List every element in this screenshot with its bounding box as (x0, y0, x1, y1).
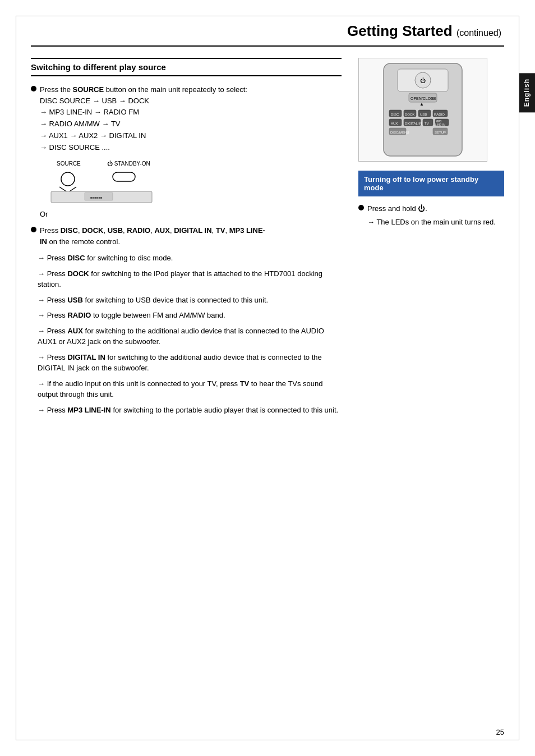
bullet-dot-2 (31, 227, 36, 232)
arrow-tv: If the audio input on this unit is conne… (31, 378, 342, 400)
switching-title: Switching to different play source (31, 62, 342, 72)
bullet-source: Press the SOURCE button on the main unit… (31, 84, 342, 153)
standby-arrow: The LEDs on the main unit turns red. (367, 217, 496, 228)
svg-text:AUX: AUX (391, 122, 398, 125)
arrow-disc: Press DISC for switching to disc mode. (31, 253, 342, 264)
source-diagram-area: SOURCE ⏻ STANDBY-ON ■■■■■■ (40, 159, 342, 205)
border-bottom (16, 740, 519, 740)
arrow-mp3: Press MP3 LINE-IN for switching to the p… (31, 405, 342, 416)
language-tab: English (519, 73, 535, 112)
dock-bold: DOCK (67, 269, 89, 278)
bullet-remote: Press DISC, DOCK, USB, RADIO, AUX, DIGIT… (31, 225, 342, 247)
bullet2-after: on the remote control. (47, 237, 120, 246)
source-item-4: → AUX1 → AUX2 → DIGITAL IN (40, 130, 247, 142)
radio-bold: RADIO (67, 311, 91, 319)
bullet2-bold-usb: USB (108, 226, 123, 235)
bullet2-bold: DISC (61, 226, 78, 235)
standby-text: Press and hold ⏻. (367, 204, 427, 213)
content-area: Switching to different play source Press… (0, 47, 535, 431)
bullet2-comma6: , (212, 226, 216, 235)
svg-text:DOCK: DOCK (405, 113, 414, 116)
mp3-bold: MP3 LINE-IN (67, 406, 110, 414)
bullet-dot-1 (31, 86, 36, 91)
page-subtitle: (continued) (456, 28, 501, 38)
tv-bold: TV (240, 379, 250, 388)
source-item-3: → RADIO AM/MW → TV (40, 118, 247, 130)
svg-text:⏻ STANDBY-ON: ⏻ STANDBY-ON (107, 161, 150, 167)
source-list: DISC SOURCE → USB → DOCK → MP3 LINE-IN →… (40, 95, 247, 154)
bullet2-comma2: , (103, 226, 107, 235)
remote-image-area: ⏻ OPEN/CLOSE ▲ DISC DOCK USB RADIO AUX D… (358, 58, 487, 162)
standby-box: Turning off to low power standby mode (358, 171, 504, 196)
border-right (519, 16, 519, 740)
svg-text:DISC: DISC (391, 113, 399, 116)
right-column: ⏻ OPEN/CLOSE ▲ DISC DOCK USB RADIO AUX D… (358, 58, 504, 420)
border-left (16, 16, 16, 740)
border-top (16, 16, 519, 16)
svg-text:SOURCE: SOURCE (57, 161, 81, 167)
page-number: 25 (496, 728, 504, 736)
section-heading-switching: Switching to different play source (31, 58, 342, 76)
arrow-radio: Press RADIO to toggle between FM and AM/… (31, 310, 342, 321)
aux-bold: AUX (67, 327, 82, 335)
svg-text:▲: ▲ (419, 102, 424, 107)
svg-text:OPEN/CLOSE: OPEN/CLOSE (411, 97, 436, 100)
page-header: Getting Started (continued) (0, 0, 535, 45)
svg-text:RADIO: RADIO (434, 113, 445, 116)
svg-text:SETUP: SETUP (435, 131, 446, 134)
svg-text:■■■■■■: ■■■■■■ (90, 196, 103, 199)
svg-point-2 (61, 172, 75, 186)
bullet-source-content: Press the SOURCE button on the main unit… (40, 84, 247, 153)
arrow-usb: Press USB for switching to USB device th… (31, 295, 342, 306)
bullet2-bold-tv: TV (216, 226, 225, 235)
bullet1-after: button on the main unit repeatedly to se… (104, 85, 247, 94)
svg-text:DIGITAL IN: DIGITAL IN (405, 122, 422, 125)
bullet-remote-content: Press DISC, DOCK, USB, RADIO, AUX, DIGIT… (40, 225, 265, 247)
bullet2-bold-dock: DOCK (82, 226, 103, 235)
usb-bold: USB (67, 296, 82, 304)
disc-bold: DISC (67, 254, 85, 262)
arrow-digital-in: Press DIGITAL IN for switching to the ad… (31, 352, 342, 374)
standby-bullet-content: Press and hold ⏻. The LEDs on the main u… (367, 203, 496, 232)
arrow-aux: Press AUX for switching to the additiona… (31, 326, 342, 347)
source-item-1: DISC SOURCE → USB → DOCK (40, 95, 247, 107)
bullet2-bold-radio: RADIO (127, 226, 150, 235)
svg-rect-3 (113, 172, 135, 181)
digital-in-bold: DIGITAL IN (67, 353, 105, 361)
bullet2-intro: Press (40, 226, 61, 235)
standby-title: Turning off to low power standby mode (364, 175, 499, 192)
source-item-2: → MP3 LINE-IN → RADIO FM (40, 107, 247, 118)
or-text: Or (40, 210, 342, 218)
arrow-dock: Press DOCK for switching to the iPod pla… (31, 268, 342, 290)
bullet2-comma7: , (225, 226, 229, 235)
bullet1-intro: Press the (40, 85, 73, 94)
svg-text:TV: TV (425, 122, 429, 125)
source-bold: SOURCE (73, 85, 104, 94)
standby-bullet-item: Press and hold ⏻. The LEDs on the main u… (358, 203, 504, 232)
svg-text:DISC/MENU: DISC/MENU (390, 131, 409, 134)
left-column: Switching to different play source Press… (31, 58, 342, 420)
bullet2-bold-aux: AUX (154, 226, 169, 235)
source-diagram-svg: SOURCE ⏻ STANDBY-ON ■■■■■■ (40, 159, 163, 204)
source-item-5: → DISC SOURCE .... (40, 142, 247, 154)
svg-text:⏻: ⏻ (420, 77, 426, 84)
svg-text:USB: USB (420, 113, 427, 116)
bullet2-bold-din: DIGITAL IN (174, 226, 211, 235)
svg-text:LINE-IN: LINE-IN (435, 123, 445, 126)
standby-bullet-dot (358, 205, 364, 210)
page-title: Getting Started (continued) (34, 22, 501, 40)
remote-svg: ⏻ OPEN/CLOSE ▲ DISC DOCK USB RADIO AUX D… (367, 61, 479, 159)
